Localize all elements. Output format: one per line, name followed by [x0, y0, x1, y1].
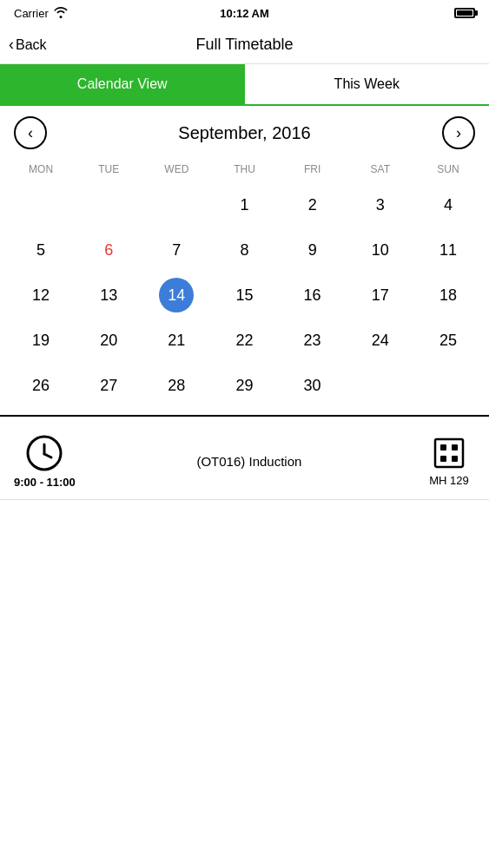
- table-row[interactable]: 28: [168, 363, 185, 408]
- calendar-cell-wrapper: 7: [142, 227, 210, 273]
- table-row[interactable]: 16: [304, 273, 321, 318]
- tab-this-week[interactable]: This Week: [245, 64, 490, 104]
- table-row[interactable]: 2: [308, 182, 317, 227]
- day-header-mon: MON: [7, 160, 75, 179]
- table-row[interactable]: 30: [304, 363, 321, 408]
- event-time: 9:00 - 11:00: [14, 476, 76, 489]
- event-time-section: 9:00 - 11:00: [14, 434, 76, 489]
- tab-calendar-label: Calendar View: [77, 76, 168, 92]
- svg-line-2: [44, 454, 51, 457]
- calendar-cell-wrapper: 1: [210, 182, 278, 227]
- table-row[interactable]: 6: [104, 227, 113, 273]
- calendar-cell-wrapper: [414, 363, 482, 408]
- prev-month-button[interactable]: ‹: [14, 116, 47, 149]
- calendar-cell-wrapper: 5: [7, 227, 75, 273]
- table-row[interactable]: 1: [240, 182, 248, 227]
- day-header-sun: SUN: [414, 160, 482, 179]
- calendar-cell-wrapper: 6: [75, 227, 142, 273]
- calendar-cell-wrapper: 20: [75, 318, 142, 363]
- table-row[interactable]: 18: [439, 273, 457, 318]
- battery-icon: [454, 8, 475, 18]
- status-time: 10:12 AM: [220, 7, 269, 20]
- tab-bar: Calendar View This Week: [0, 64, 489, 106]
- calendar-cell-wrapper: 3: [347, 182, 414, 227]
- status-battery: [454, 8, 475, 18]
- calendar-cell-wrapper: 8: [210, 227, 278, 273]
- table-row[interactable]: 27: [100, 363, 117, 408]
- back-label: Back: [16, 37, 47, 53]
- table-row[interactable]: 29: [235, 363, 253, 408]
- calendar-cell-wrapper: 9: [279, 227, 347, 273]
- calendar-cell-wrapper: 30: [279, 363, 347, 408]
- calendar-cell-wrapper: 16: [279, 273, 347, 318]
- clock-icon: [25, 434, 63, 472]
- table-row[interactable]: 17: [372, 273, 389, 318]
- day-header-tue: TUE: [75, 160, 142, 179]
- table-row[interactable]: 9: [308, 227, 317, 273]
- day-header-sat: SAT: [347, 160, 414, 179]
- table-row[interactable]: 12: [32, 273, 50, 318]
- table-row[interactable]: 7: [172, 227, 181, 273]
- table-row[interactable]: 26: [32, 363, 50, 408]
- calendar-header: ‹ September, 2016 ›: [0, 106, 489, 160]
- calendar-cell-wrapper: [7, 182, 75, 227]
- prev-arrow-icon: ‹: [28, 124, 33, 142]
- status-carrier: Carrier: [14, 6, 68, 21]
- calendar-grid: 1234567891011121314151617181920212223242…: [0, 182, 489, 408]
- calendar-cell-wrapper: 21: [142, 318, 210, 363]
- table-row[interactable]: 5: [36, 227, 45, 273]
- calendar-cell-wrapper: 19: [7, 318, 75, 363]
- calendar-divider: [0, 415, 489, 417]
- event-title: (OT016) Induction: [89, 454, 409, 469]
- calendar-cell-wrapper: [75, 182, 142, 227]
- calendar-cell-wrapper: 15: [210, 273, 278, 318]
- calendar-cell-wrapper: 12: [7, 273, 75, 318]
- calendar-cell-wrapper: 4: [414, 182, 482, 227]
- calendar-cell-wrapper: 25: [414, 318, 482, 363]
- table-row[interactable]: 24: [372, 318, 389, 363]
- day-header-wed: WED: [142, 160, 210, 179]
- table-row[interactable]: 22: [235, 318, 253, 363]
- table-row[interactable]: 3: [376, 182, 385, 227]
- table-row[interactable]: 20: [100, 318, 117, 363]
- table-row[interactable]: 14: [159, 278, 194, 312]
- day-headers: MON TUE WED THU FRI SAT SUN: [0, 160, 489, 179]
- calendar-cell-wrapper: [347, 363, 414, 408]
- event-item[interactable]: 9:00 - 11:00 (OT016) Induction MH 129: [0, 424, 489, 500]
- calendar-cell-wrapper: 29: [210, 363, 278, 408]
- calendar-cell-wrapper: 27: [75, 363, 142, 408]
- calendar-cell-wrapper: 17: [347, 273, 414, 318]
- back-button[interactable]: ‹ Back: [9, 36, 47, 54]
- back-chevron-icon: ‹: [9, 36, 14, 54]
- table-row[interactable]: 8: [240, 227, 248, 273]
- table-row[interactable]: 11: [439, 227, 457, 273]
- event-location: MH 129: [429, 474, 469, 487]
- table-row[interactable]: 4: [444, 182, 453, 227]
- svg-rect-6: [440, 456, 446, 462]
- next-arrow-icon: ›: [456, 124, 461, 142]
- month-title: September, 2016: [178, 123, 310, 143]
- calendar-cell-wrapper: 10: [347, 227, 414, 273]
- next-month-button[interactable]: ›: [442, 116, 475, 149]
- svg-rect-4: [440, 444, 446, 450]
- calendar-cell-wrapper: 23: [279, 318, 347, 363]
- table-row[interactable]: 13: [100, 273, 117, 318]
- calendar-cell-wrapper: 13: [75, 273, 142, 318]
- table-row[interactable]: 23: [304, 318, 321, 363]
- table-row[interactable]: 25: [439, 318, 457, 363]
- day-header-thu: THU: [210, 160, 278, 179]
- tab-thisweek-label: This Week: [334, 76, 400, 92]
- table-row[interactable]: 19: [32, 318, 50, 363]
- table-row[interactable]: 15: [235, 273, 253, 318]
- calendar-cell-wrapper: [142, 182, 210, 227]
- tab-calendar-view[interactable]: Calendar View: [0, 64, 245, 104]
- calendar-cell-wrapper: 11: [414, 227, 482, 273]
- calendar-cell-wrapper: 24: [347, 318, 414, 363]
- table-row[interactable]: 21: [168, 318, 185, 363]
- table-row[interactable]: 10: [372, 227, 389, 273]
- page-title: Full Timetable: [195, 36, 293, 54]
- wifi-icon: [54, 6, 68, 21]
- calendar-cell-wrapper: 22: [210, 318, 278, 363]
- svg-rect-3: [435, 439, 463, 467]
- nav-bar: ‹ Back Full Timetable: [0, 26, 489, 64]
